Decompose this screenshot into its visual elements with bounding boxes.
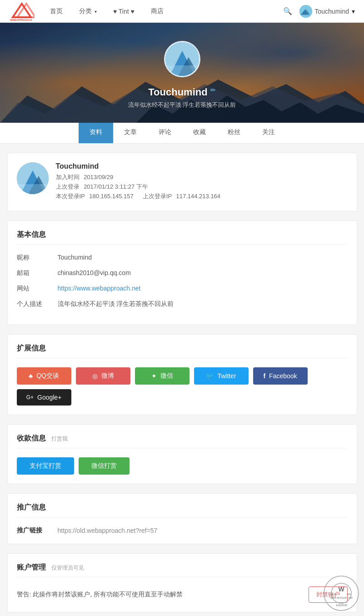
extended-info-section: 扩展信息 ♣ QQ交谈 ◎ 微博 ✦ 微信 🐦 Twitter f Facebo… (7, 334, 357, 415)
profile-avatar (17, 162, 49, 194)
nav-categories[interactable]: 分类 ▾ (73, 5, 103, 18)
nav-links: 首页 分类 ▾ ♥ Tint ♥ 商店 (44, 5, 283, 18)
qq-button[interactable]: ♣ QQ交谈 (17, 367, 71, 385)
bio-label: 个人描述 (17, 300, 49, 308)
email-value: chinash2010@vip.qq.com (58, 269, 131, 276)
nav-shop[interactable]: 商店 (145, 5, 170, 18)
cover-edit-icon[interactable]: ✏ (210, 86, 216, 94)
account-section: 账户管理 仅管理员可见 警告: 此操作将封禁该账户, 所有功能不可使用直至手动解… (7, 553, 357, 612)
ip-row: 本次登录IP 180.165.145.157 上次登录IP 117.144.21… (56, 192, 348, 200)
cover-area: Touchumind ✏ 流年似水经不起平淡 浮生若茶挽不回从前 (0, 23, 364, 123)
qq-label: QQ交谈 (36, 372, 59, 380)
payment-section: 收款信息 打赏我 支付宝打赏 微信打赏 (7, 424, 357, 484)
nav-home[interactable]: 首页 (44, 5, 69, 18)
nav-avatar (299, 5, 312, 18)
extended-info-title: 扩展信息 (17, 344, 348, 358)
email-label: 邮箱 (17, 269, 49, 277)
svg-rect-16 (17, 184, 49, 194)
payment-title: 收款信息 打赏我 (17, 434, 348, 448)
svg-text:WEBAPPROACH: WEBAPPROACH (10, 19, 32, 21)
facebook-label: Facebook (269, 372, 297, 380)
alipay-button[interactable]: 支付宝打赏 (17, 457, 74, 475)
basic-info-section: 基本信息 昵称 Touchumind 邮箱 chinash2010@vip.qq… (7, 220, 357, 325)
social-buttons-row2: G+ Google+ (17, 389, 348, 406)
nav-tint[interactable]: ♥ Tint ♥ (107, 5, 141, 18)
tab-following[interactable]: 关注 (251, 123, 286, 143)
profile-card: Touchumind 加入时间 2013/09/29 上次登录 2017/01/… (7, 153, 357, 211)
ban-button[interactable]: 封禁账户 (309, 586, 348, 603)
weibo-icon: ◎ (92, 372, 98, 380)
weixin-button[interactable]: ✦ 微信 (135, 367, 189, 385)
profile-name: Touchumind (56, 162, 348, 170)
promo-link-value[interactable]: https://old.webapproach.net?ref=57 (58, 527, 158, 534)
tab-favorites[interactable]: 收藏 (182, 123, 217, 143)
google-label: Google+ (37, 394, 61, 401)
profile-tabs: 资料 文章 评论 收藏 粉丝 关注 (0, 123, 364, 144)
website-value[interactable]: https://www.webapproach.net (58, 285, 141, 292)
promo-title: 推广信息 (17, 503, 348, 517)
account-title: 账户管理 仅管理员可见 (17, 563, 348, 577)
facebook-button[interactable]: f Facebook (253, 367, 308, 385)
site-logo[interactable]: WEBAPPROACH (9, 2, 35, 21)
nav-username: Touchumind (315, 8, 349, 15)
nickname-label: 昵称 (17, 254, 49, 262)
navbar: WEBAPPROACH 首页 分类 ▾ ♥ Tint ♥ 商店 🔍 Touchu… (0, 0, 364, 23)
promo-row: 推广链接 https://old.webapproach.net?ref=57 (17, 526, 348, 535)
wechat-pay-button[interactable]: 微信打赏 (79, 457, 130, 475)
cover-username: Touchumind (148, 86, 207, 98)
main-content: Touchumind 加入时间 2013/09/29 上次登录 2017/01/… (3, 153, 362, 612)
tab-fans[interactable]: 粉丝 (217, 123, 251, 143)
google-button[interactable]: G+ Google+ (17, 389, 71, 406)
account-sub: 仅管理员可见 (51, 565, 84, 571)
last-login-row: 上次登录 2017/01/12 3:11:27 下午 (56, 183, 348, 191)
bio-row: 个人描述 流年似水经不起平淡 浮生若茶挽不回从前 (17, 300, 348, 308)
email-row: 邮箱 chinash2010@vip.qq.com (17, 269, 348, 277)
nav-user-area[interactable]: Touchumind ▾ (299, 5, 355, 18)
nav-user-arrow: ▾ (352, 8, 355, 15)
twitter-icon: 🐦 (206, 372, 214, 380)
cover-bio: 流年似水经不起平淡 浮生若茶挽不回从前 (128, 101, 236, 109)
promo-section: 推广信息 推广链接 https://old.webapproach.net?re… (7, 493, 357, 544)
join-date-row: 加入时间 2013/09/29 (56, 173, 348, 181)
warning-text: 警告: 此操作将封禁该账户, 所有功能不可使用直至手动解禁 (17, 591, 183, 599)
nickname-row: 昵称 Touchumind (17, 254, 348, 262)
weixin-label: 微信 (160, 372, 173, 380)
facebook-icon: f (263, 372, 265, 380)
google-icon: G+ (26, 394, 34, 401)
payment-sub: 打赏我 (51, 436, 68, 442)
account-warning: 警告: 此操作将封禁该账户, 所有功能不可使用直至手动解禁 封禁账户 (17, 586, 348, 603)
categories-arrow: ▾ (95, 9, 97, 14)
website-label: 网站 (17, 285, 49, 293)
weixin-icon: ✦ (151, 372, 157, 380)
website-row: 网站 https://www.webapproach.net (17, 285, 348, 293)
cover-avatar (164, 41, 200, 77)
nickname-value: Touchumind (58, 254, 92, 261)
social-buttons: ♣ QQ交谈 ◎ 微博 ✦ 微信 🐦 Twitter f Facebook (17, 367, 348, 385)
qq-icon: ♣ (29, 372, 33, 380)
weibo-label: 微博 (101, 372, 114, 380)
weibo-button[interactable]: ◎ 微博 (76, 367, 130, 385)
tab-comments[interactable]: 评论 (148, 123, 182, 143)
promo-link-label: 推广链接 (17, 526, 49, 535)
twitter-button[interactable]: 🐦 Twitter (194, 367, 249, 385)
nav-right: 🔍 Touchumind ▾ (283, 5, 355, 18)
tab-profile[interactable]: 资料 (79, 123, 113, 143)
svg-rect-12 (165, 65, 199, 76)
tab-articles[interactable]: 文章 (113, 123, 148, 143)
basic-info-title: 基本信息 (17, 230, 348, 245)
search-icon[interactable]: 🔍 (283, 7, 292, 15)
payment-buttons: 支付宝打赏 微信打赏 (17, 457, 348, 475)
twitter-label: Twitter (217, 372, 236, 380)
cover-content: Touchumind ✏ 流年似水经不起平淡 浮生若茶挽不回从前 (0, 23, 364, 109)
bio-value: 流年似水经不起平淡 浮生若茶挽不回从前 (58, 300, 174, 308)
profile-info: Touchumind 加入时间 2013/09/29 上次登录 2017/01/… (56, 162, 348, 202)
